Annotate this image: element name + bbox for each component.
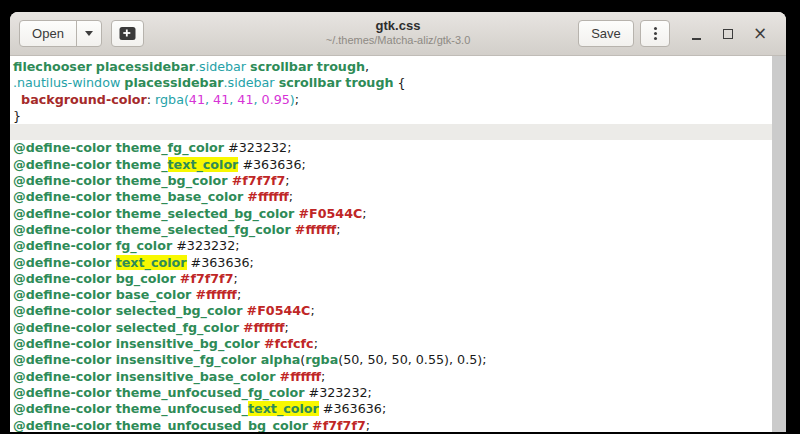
code-token: #ffffff [295, 222, 336, 237]
code-token: @define-color theme_fg_color [13, 140, 224, 155]
code-token: #323232; [304, 385, 371, 400]
menu-button[interactable] [640, 20, 670, 47]
code-token: placessidebar [96, 59, 195, 74]
code-token: ; [233, 271, 237, 286]
code-line: @define-color theme_text_color #363636; [10, 157, 772, 173]
code-token: ; [314, 336, 318, 351]
headerbar-left-group: Open [19, 20, 144, 47]
code-token: placessidebar [124, 75, 223, 90]
close-button[interactable]: × [744, 20, 776, 47]
code-line: @define-color insensitive_base_color #ff… [10, 369, 772, 385]
code-token: @define-color insensitive_fg_color alpha [13, 352, 300, 367]
code-token: .nautilus-window [13, 75, 120, 90]
save-button[interactable]: Save [578, 20, 634, 47]
code-line: @define-color theme_base_color #ffffff; [10, 189, 772, 205]
code-token: #323232; [224, 140, 291, 155]
code-token: , [365, 59, 369, 74]
code-token: 0.95 [262, 92, 290, 107]
code-token: , [253, 92, 261, 107]
headerbar-right-group: Save × [578, 20, 776, 47]
code-line: @define-color theme_unfocused_bg_color #… [10, 418, 772, 432]
code-token: #363636; [319, 401, 386, 416]
code-token: @define-color theme_selected_bg_color [13, 206, 294, 221]
code-line: @define-color selected_bg_color #F0544C; [10, 303, 772, 319]
code-token: ; [285, 173, 289, 188]
code-line: @define-color insensitive_fg_color alpha… [10, 352, 772, 368]
code-token: #f7f7f7 [232, 173, 286, 188]
code-token: ; [284, 320, 288, 335]
open-button[interactable]: Open [19, 20, 77, 47]
cursor-line [10, 124, 772, 140]
maximize-icon [723, 29, 733, 39]
code-token: #ffffff [280, 369, 321, 384]
gedit-window: Open gtk.css ~/.themes/Matcha-aliz/gtk-3… [10, 12, 786, 432]
code-token: 41 [189, 92, 205, 107]
code-token: @define-color [13, 255, 116, 270]
maximize-button[interactable] [712, 20, 744, 47]
code-token: filechooser [13, 59, 92, 74]
code-token: @define-color theme_bg_color [13, 173, 228, 188]
code-token: @define-color selected_fg_color [13, 320, 239, 335]
code-token: ; [237, 287, 241, 302]
code-line: @define-color theme_selected_bg_color #F… [10, 206, 772, 222]
code-token: rgba( [155, 92, 189, 107]
text-editor[interactable]: filechooser placessidebar.sidebar scroll… [10, 59, 772, 432]
code-token: #ffffff [195, 287, 236, 302]
code-token: #f7f7f7 [180, 271, 234, 286]
editor-content: filechooser placessidebar.sidebar scroll… [10, 56, 786, 432]
open-recent-dropdown-button[interactable] [76, 20, 102, 47]
code-line: } [10, 108, 772, 124]
code-token: #363636; [238, 157, 305, 172]
code-line: .nautilus-window placessidebar.sidebar s… [10, 75, 772, 91]
code-token: .sidebar [195, 59, 246, 74]
code-line: filechooser placessidebar.sidebar scroll… [10, 59, 772, 75]
code-token: { [394, 75, 406, 90]
code-line: @define-color bg_color #f7f7f7; [10, 271, 772, 287]
code-token: ; [321, 369, 325, 384]
vertical-dots-icon [654, 27, 657, 40]
code-token: @define-color insensitive_bg_color [13, 336, 260, 351]
code-line: @define-color base_color #ffffff; [10, 287, 772, 303]
code-token: trough [317, 59, 365, 74]
code-token: @define-color theme_ [13, 157, 168, 172]
code-token: #ffffff [243, 320, 284, 335]
code-token: #363636; [187, 255, 254, 270]
code-line: @define-color text_color #363636; [10, 255, 772, 271]
code-token: ; [362, 206, 366, 221]
code-token: ; [336, 222, 340, 237]
code-token: : [147, 92, 155, 107]
code-line: @define-color theme_bg_color #f7f7f7; [10, 173, 772, 189]
code-line: @define-color theme_unfocused_fg_color #… [10, 385, 772, 401]
code-token: ; [310, 303, 314, 318]
minimize-icon [692, 38, 701, 40]
code-token: scrollbar [250, 59, 313, 74]
code-line: @define-color insensitive_bg_color #fcfc… [10, 336, 772, 352]
code-token: scrollbar [279, 75, 342, 90]
code-token: #f7f7f7 [312, 418, 366, 432]
code-line: background-color: rgba(41, 41, 41, 0.95)… [10, 92, 772, 108]
code-token: @define-color insensitive_base_color [13, 369, 275, 384]
search-match-highlight: text_color [168, 157, 239, 172]
search-match-highlight: text_color [248, 401, 319, 416]
code-line: @define-color selected_fg_color #ffffff; [10, 320, 772, 336]
code-token: @define-color theme_base_color [13, 189, 243, 204]
code-token: #323232; [172, 238, 239, 253]
code-token: @define-color theme_unfocused_bg_color [13, 418, 308, 432]
code-token: #ffffff [247, 189, 288, 204]
code-token: @define-color theme_selected_fg_color [13, 222, 291, 237]
code-line: @define-color theme_unfocused_text_color… [10, 401, 772, 417]
close-icon: × [753, 25, 767, 42]
chevron-down-icon [85, 31, 93, 36]
code-token: @define-color theme_unfocused_fg_color [13, 385, 304, 400]
search-match-highlight: text_color [116, 255, 187, 270]
code-token: rgba [305, 352, 338, 367]
code-token: 41 [213, 92, 229, 107]
desktop-background: { "window": { "title": "gtk.css", "subti… [0, 0, 800, 434]
minimize-button[interactable] [680, 20, 712, 47]
vertical-scrollbar[interactable] [772, 56, 786, 432]
headerbar: Open gtk.css ~/.themes/Matcha-aliz/gtk-3… [10, 12, 786, 56]
code-line: @define-color theme_selected_fg_color #f… [10, 222, 772, 238]
code-token: .sidebar [224, 75, 275, 90]
window-controls: × [680, 20, 776, 47]
code-token: (50, 50, 50, 0.55), 0.5); [338, 352, 486, 367]
